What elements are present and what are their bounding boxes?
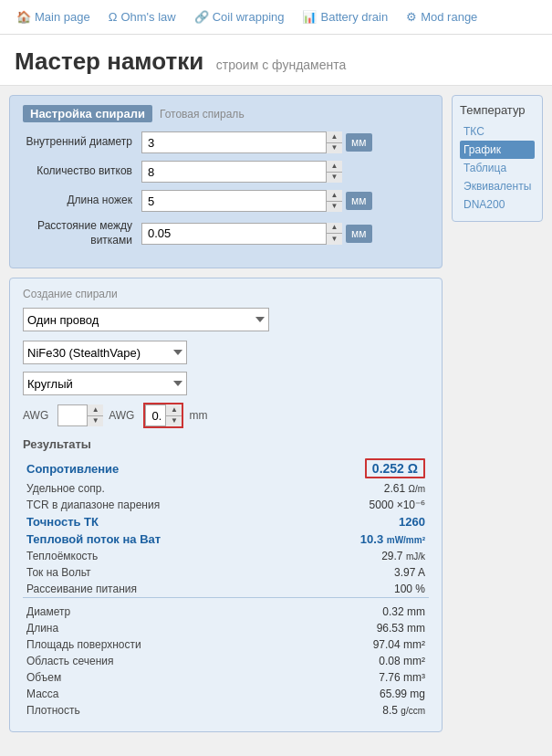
awg-arrows-2: ▲ ▼ (165, 404, 182, 426)
inner-diameter-down[interactable]: ▼ (327, 143, 342, 154)
inner-diameter-row: Внутренний диаметр ▲ ▼ мм (23, 131, 429, 153)
content-area: Настройка спирали Готовая спираль Внутре… (0, 86, 552, 741)
heat-flow-value: 10.3 mW/mm² (292, 530, 429, 548)
awg-spinner-2: ▲ ▼ (145, 404, 182, 426)
turns-down[interactable]: ▼ (327, 173, 342, 184)
awg-up-2[interactable]: ▲ (166, 404, 182, 416)
inner-diameter-arrows: ▲ ▼ (326, 131, 342, 153)
spacing-up[interactable]: ▲ (327, 223, 342, 235)
leg-length-up[interactable]: ▲ (327, 190, 342, 202)
diameter-value: 0.32 mm (292, 604, 429, 620)
create-spiral-title: Создание спирали (23, 288, 429, 300)
home-icon: 🏠 (16, 10, 31, 24)
awg-arrows-1: ▲ ▼ (87, 404, 103, 426)
battery-icon: 📊 (302, 10, 317, 24)
length-row: Длина 96.53 mm (23, 620, 429, 636)
heat-flow-label: Тепловой поток на Ват (23, 530, 292, 548)
results-table: Сопротивление 0.252 Ω Удельное сопр. 2.6… (23, 457, 429, 719)
right-panel-box: Температур ТКС График Таблица Эквивалент… (452, 95, 543, 222)
right-menu-graph[interactable]: График (460, 141, 535, 159)
main-title-bar: Мастер намотки строим с фундамента (0, 35, 552, 86)
length-label: Длина (23, 620, 292, 636)
turns-label: Количество витков (23, 164, 141, 179)
length-value: 96.53 mm (292, 620, 429, 636)
density-value: 8.5 g/ccm (292, 702, 429, 719)
heat-flow-row: Тепловой поток на Ват 10.3 mW/mm² (23, 530, 429, 548)
heat-flow-unit: mW/mm² (387, 535, 425, 545)
ohm-icon: Ω (109, 10, 118, 24)
inner-diameter-unit: мм (346, 133, 372, 152)
density-row: Плотность 8.5 g/ccm (23, 702, 429, 719)
spacing-field[interactable] (141, 223, 342, 245)
specific-res-label: Удельное сопр. (23, 480, 292, 497)
volume-value: 7.76 mm³ (292, 669, 429, 686)
mod-icon: ⚙ (406, 10, 417, 24)
dissipation-value: 100 % (292, 581, 429, 598)
wire-type-select[interactable]: Один провод Два провода Три провода (23, 308, 269, 331)
turns-up[interactable]: ▲ (327, 161, 342, 173)
leg-length-field[interactable] (141, 190, 342, 212)
create-spiral-box: Создание спирали Один провод Два провода… (9, 278, 443, 732)
leg-length-row: Длина ножек ▲ ▼ мм (23, 190, 429, 212)
cross-section-label: Область сечения (23, 653, 292, 669)
awg-up-1[interactable]: ▲ (88, 404, 103, 416)
specific-res-row: Удельное сопр. 2.61 Ω/m (23, 480, 429, 497)
spiral-settings-header: Настройка спирали Готовая спираль (23, 105, 429, 122)
awg-down-2[interactable]: ▼ (166, 416, 182, 427)
cross-section-row: Область сечения 0.08 mm² (23, 653, 429, 669)
leg-length-spinner: ▲ ▼ (141, 190, 342, 212)
shape-select[interactable]: Круглый Плоский Лента (23, 372, 187, 395)
inner-diameter-up[interactable]: ▲ (327, 131, 342, 143)
leg-length-label: Длина ножек (23, 194, 141, 208)
inner-diameter-field[interactable] (141, 131, 342, 153)
nav-ohms-law[interactable]: Ω Ohm's law (99, 10, 185, 24)
volume-label: Объем (23, 669, 292, 686)
current-value: 3.97 A (292, 564, 429, 581)
mass-value: 65.99 mg (292, 686, 429, 702)
awg-down-1[interactable]: ▼ (88, 416, 103, 427)
resistance-value: 0.252 Ω (365, 458, 425, 478)
leg-length-unit: мм (346, 192, 372, 210)
heat-cap-value: 29.7 mJ/k (292, 548, 429, 564)
accuracy-value: 1260 (292, 513, 429, 530)
leg-length-down[interactable]: ▼ (327, 202, 342, 213)
mm-label: mm (189, 409, 207, 422)
awg-label-2: AWG (109, 409, 134, 422)
accuracy-label: Точность ТК (23, 513, 292, 530)
accuracy-row: Точность ТК 1260 (23, 513, 429, 530)
right-menu-table[interactable]: Таблица (460, 159, 535, 177)
nav-coil-wrapping[interactable]: 🔗 Coil wrapping (185, 10, 294, 24)
material-shape-row: NiFe30 (StealthVape) SS316L Ni200 Ti (23, 341, 429, 364)
right-panel-title: Температур (460, 103, 535, 117)
spacing-row: Расстояние между витками ▲ ▼ мм (23, 219, 429, 247)
heat-cap-row: Теплоёмкость 29.7 mJ/k (23, 548, 429, 564)
spiral-settings-box: Настройка спирали Готовая спираль Внутре… (9, 95, 443, 268)
right-menu-tks[interactable]: ТКС (460, 122, 535, 141)
turns-spinner: ▲ ▼ (141, 161, 342, 183)
coil-icon: 🔗 (194, 10, 209, 24)
diameter-label: Диаметр (23, 604, 292, 620)
turns-field[interactable] (141, 161, 342, 183)
spacing-unit: мм (346, 225, 372, 243)
spiral-settings-title: Настройка спирали (23, 105, 152, 122)
right-column: Температур ТКС График Таблица Эквивалент… (452, 95, 543, 732)
right-menu-equivalents[interactable]: Эквиваленты (460, 177, 535, 195)
cross-section-value: 0.08 mm² (292, 653, 429, 669)
right-menu-dna200[interactable]: DNA200 (460, 195, 535, 214)
dissipation-row: Рассеивание питания 100 % (23, 581, 429, 598)
nav-battery-drain[interactable]: 📊 Battery drain (293, 10, 397, 24)
awg-box-2: ▲ ▼ (143, 403, 183, 428)
resistance-label: Сопротивление (23, 457, 292, 480)
dissipation-label: Рассеивание питания (23, 581, 292, 598)
turns-row: Количество витков ▲ ▼ (23, 161, 429, 183)
turns-input-wrap: ▲ ▼ (141, 161, 429, 183)
wire-type-row: Один провод Два провода Три провода (23, 308, 429, 331)
heat-cap-label: Теплоёмкость (23, 548, 292, 564)
nav-main-page[interactable]: 🏠 Main page (7, 10, 99, 24)
material-select[interactable]: NiFe30 (StealthVape) SS316L Ni200 Ti (23, 341, 187, 364)
awg-label-1: AWG (23, 409, 48, 422)
nav-mod-range[interactable]: ⚙ Mod range (397, 10, 486, 24)
spiral-settings-subtitle: Готовая спираль (160, 108, 245, 121)
leg-length-input-wrap: ▲ ▼ мм (141, 190, 429, 212)
spacing-down[interactable]: ▼ (327, 234, 342, 245)
